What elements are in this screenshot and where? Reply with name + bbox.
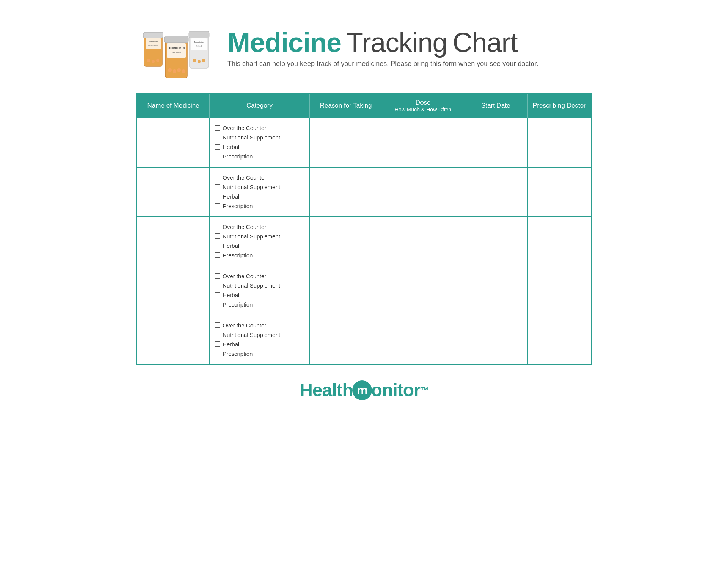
svg-point-6 bbox=[152, 60, 155, 63]
checkbox-label: Over the Counter bbox=[223, 224, 266, 230]
col-header-reason: Reason for Taking bbox=[309, 93, 382, 118]
cell-reason-2[interactable] bbox=[309, 167, 382, 216]
cell-doctor-1[interactable] bbox=[527, 118, 591, 167]
title-tracking: Tracking bbox=[347, 29, 447, 56]
svg-rect-17 bbox=[164, 36, 188, 43]
svg-rect-1 bbox=[143, 32, 163, 38]
svg-point-23 bbox=[177, 68, 181, 72]
checkbox-item[interactable]: Prescription bbox=[215, 153, 304, 160]
cell-doctor-2[interactable] bbox=[527, 167, 591, 216]
checkbox-box[interactable] bbox=[215, 332, 220, 337]
svg-point-14 bbox=[198, 60, 201, 63]
checkbox-item[interactable]: Herbal bbox=[215, 341, 304, 348]
checkbox-item[interactable]: Prescription bbox=[215, 252, 304, 258]
checkbox-item[interactable]: Over the Counter bbox=[215, 322, 304, 329]
checkbox-item[interactable]: Nutritional Supplement bbox=[215, 184, 304, 190]
cell-start-3[interactable] bbox=[464, 216, 528, 266]
cell-category-5: Over the Counter Nutritional Supplement … bbox=[210, 315, 310, 364]
checkbox-item[interactable]: Prescription bbox=[215, 301, 304, 308]
checkbox-item[interactable]: Nutritional Supplement bbox=[215, 282, 304, 289]
cell-dose-1[interactable] bbox=[382, 118, 464, 167]
cell-start-2[interactable] bbox=[464, 167, 528, 216]
col-header-doctor: Prescribing Doctor bbox=[527, 93, 591, 118]
logo-circle: m bbox=[352, 380, 372, 400]
table-row: Over the Counter Nutritional Supplement … bbox=[137, 266, 591, 315]
cell-name-5[interactable] bbox=[137, 315, 210, 364]
svg-text:Prescription: Prescription bbox=[194, 41, 204, 43]
cell-reason-3[interactable] bbox=[309, 216, 382, 266]
checkbox-item[interactable]: Herbal bbox=[215, 243, 304, 249]
footer: Health m onitor ™ bbox=[136, 380, 592, 401]
checkbox-box[interactable] bbox=[215, 302, 220, 307]
table-row: Over the Counter Nutritional Supplement … bbox=[137, 216, 591, 266]
checkbox-box[interactable] bbox=[215, 243, 220, 248]
checkbox-item[interactable]: Over the Counter bbox=[215, 224, 304, 230]
checkbox-item[interactable]: Herbal bbox=[215, 193, 304, 200]
checkbox-label: Nutritional Supplement bbox=[223, 184, 280, 190]
checkbox-item[interactable]: Over the Counter bbox=[215, 273, 304, 279]
svg-rect-2 bbox=[146, 38, 161, 49]
cell-reason-5[interactable] bbox=[309, 315, 382, 364]
cell-dose-2[interactable] bbox=[382, 167, 464, 216]
checkbox-label: Nutritional Supplement bbox=[223, 233, 280, 240]
checkbox-label: Prescription bbox=[223, 351, 253, 357]
cell-doctor-5[interactable] bbox=[527, 315, 591, 364]
cell-name-3[interactable] bbox=[137, 216, 210, 266]
checkbox-box[interactable] bbox=[215, 125, 220, 131]
svg-point-13 bbox=[193, 59, 196, 62]
checkbox-box[interactable] bbox=[215, 144, 220, 150]
checkbox-item[interactable]: Prescription bbox=[215, 203, 304, 209]
cell-category-1: Over the Counter Nutritional Supplement … bbox=[210, 118, 310, 167]
checkbox-box[interactable] bbox=[215, 252, 220, 258]
checkbox-box[interactable] bbox=[215, 224, 220, 229]
cell-dose-3[interactable] bbox=[382, 216, 464, 266]
header-subtitle: This chart can help you keep track of yo… bbox=[228, 60, 538, 68]
checkbox-box[interactable] bbox=[215, 341, 220, 347]
cell-name-4[interactable] bbox=[137, 266, 210, 315]
checkbox-item[interactable]: Prescription bbox=[215, 351, 304, 357]
checkbox-box[interactable] bbox=[215, 184, 220, 189]
checkbox-box[interactable] bbox=[215, 273, 220, 279]
cell-dose-4[interactable] bbox=[382, 266, 464, 315]
checkbox-box[interactable] bbox=[215, 175, 220, 180]
cell-start-4[interactable] bbox=[464, 266, 528, 315]
checkbox-box[interactable] bbox=[215, 203, 220, 208]
healthmonitor-logo: Health m onitor ™ bbox=[300, 380, 428, 401]
cell-start-1[interactable] bbox=[464, 118, 528, 167]
cell-reason-1[interactable] bbox=[309, 118, 382, 167]
checkbox-box[interactable] bbox=[215, 283, 220, 288]
svg-point-21 bbox=[168, 68, 172, 72]
checkbox-item[interactable]: Nutritional Supplement bbox=[215, 233, 304, 240]
logo-trademark: ™ bbox=[420, 385, 428, 395]
cell-category-4: Over the Counter Nutritional Supplement … bbox=[210, 266, 310, 315]
checkbox-box[interactable] bbox=[215, 154, 220, 159]
title-section: Medicine Tracking Chart This chart can h… bbox=[228, 29, 538, 68]
checkbox-item[interactable]: Over the Counter bbox=[215, 125, 304, 131]
logo-text-after: onitor bbox=[371, 380, 420, 401]
svg-point-5 bbox=[147, 59, 150, 62]
checkbox-box[interactable] bbox=[215, 322, 220, 328]
checkbox-label: Prescription bbox=[223, 301, 253, 308]
cell-reason-4[interactable] bbox=[309, 266, 382, 315]
checkbox-item[interactable]: Herbal bbox=[215, 292, 304, 298]
svg-point-22 bbox=[173, 69, 176, 73]
cell-name-2[interactable] bbox=[137, 167, 210, 216]
checkbox-item[interactable]: Nutritional Supplement bbox=[215, 134, 304, 141]
checkbox-item[interactable]: Herbal bbox=[215, 144, 304, 150]
cell-doctor-3[interactable] bbox=[527, 216, 591, 266]
logo-text-before: Health bbox=[300, 380, 353, 401]
cell-start-5[interactable] bbox=[464, 315, 528, 364]
checkbox-label: Over the Counter bbox=[223, 125, 266, 131]
table-header-row: Name of Medicine Category Reason for Tak… bbox=[137, 93, 591, 118]
checkbox-item[interactable]: Nutritional Supplement bbox=[215, 332, 304, 338]
cell-doctor-4[interactable] bbox=[527, 266, 591, 315]
col-header-category: Category bbox=[210, 93, 310, 118]
checkbox-box[interactable] bbox=[215, 194, 220, 199]
checkbox-box[interactable] bbox=[215, 135, 220, 140]
checkbox-box[interactable] bbox=[215, 351, 220, 356]
checkbox-box[interactable] bbox=[215, 233, 220, 239]
checkbox-item[interactable]: Over the Counter bbox=[215, 174, 304, 181]
checkbox-box[interactable] bbox=[215, 292, 220, 297]
cell-dose-5[interactable] bbox=[382, 315, 464, 364]
cell-name-1[interactable] bbox=[137, 118, 210, 167]
